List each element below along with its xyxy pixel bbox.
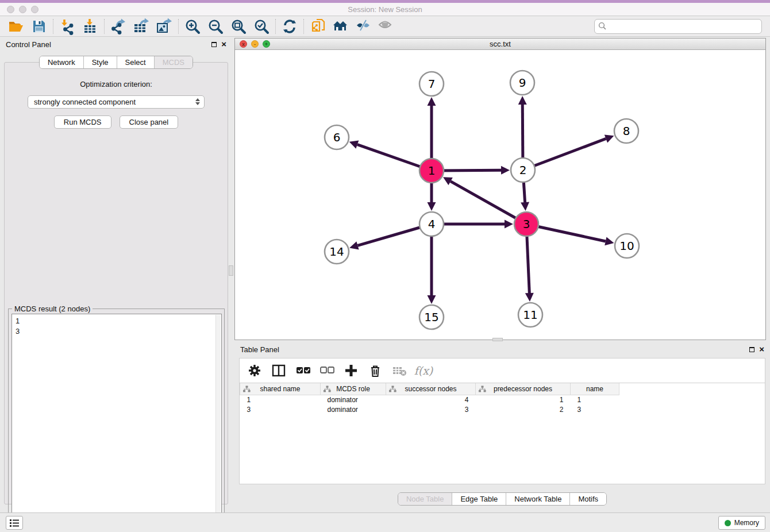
network-canvas[interactable]: 1 2 3 4 6 7 8 9 10 11 14 15 [235, 50, 765, 340]
open-session-icon[interactable] [5, 17, 28, 36]
table-toolbar: f(x) [239, 358, 765, 383]
zoom-selected-icon[interactable] [250, 17, 273, 36]
graph-node-10[interactable]: 10 [615, 234, 639, 258]
tab-network[interactable]: Network [40, 56, 84, 68]
zoom-fit-icon[interactable] [227, 17, 250, 36]
hierarchy-icon [324, 385, 331, 394]
memory-button[interactable]: Memory [718, 516, 765, 530]
tab-mcds[interactable]: MCDS [155, 56, 192, 68]
toggle-column-pane-icon[interactable] [268, 361, 289, 380]
criterion-select[interactable]: strongly connected component [28, 95, 205, 109]
graph-node-2[interactable]: 2 [511, 158, 535, 182]
table-row[interactable]: 1dominator411 [240, 395, 619, 404]
delete-column-icon[interactable] [365, 361, 386, 380]
graph-node-1[interactable]: 1 [419, 159, 444, 183]
graph-node-15[interactable]: 15 [419, 305, 444, 329]
table-cell: dominator [321, 395, 386, 404]
search-container [594, 19, 762, 34]
hierarchy-icon [389, 385, 396, 394]
svg-text:3: 3 [523, 217, 530, 231]
mcds-result-group: MCDS result (2 nodes) 13 [8, 309, 225, 523]
optimization-criterion-label: Optimization criterion: [5, 80, 228, 88]
export-network-icon[interactable] [107, 17, 130, 36]
tab-select[interactable]: Select [117, 56, 155, 68]
import-network-icon[interactable] [56, 17, 79, 36]
add-column-icon[interactable] [341, 361, 361, 380]
graph-node-7[interactable]: 7 [419, 72, 444, 96]
result-scrollbar[interactable] [215, 315, 221, 519]
tab-edge-table[interactable]: Edge Table [452, 493, 506, 505]
arrowhead-2-9 [518, 96, 527, 105]
search-input[interactable] [594, 19, 762, 34]
export-image-icon[interactable] [153, 17, 176, 36]
close-table-panel-icon[interactable]: × [759, 346, 764, 352]
memory-status-dot [725, 520, 731, 526]
graph-node-9[interactable]: 9 [510, 71, 534, 95]
save-session-icon[interactable] [28, 17, 51, 36]
hide-graphics-icon[interactable] [352, 17, 375, 36]
run-mcds-button[interactable]: Run MCDS [54, 115, 111, 129]
arrowhead-1-2 [501, 166, 510, 175]
close-panel-button[interactable]: Close panel [120, 115, 179, 129]
home-layout-icon[interactable] [329, 17, 352, 36]
zoom-in-icon[interactable] [181, 17, 204, 36]
network-window-titlebar[interactable]: x - + scc.txt [235, 38, 765, 50]
export-table-icon[interactable] [130, 17, 153, 36]
table-settings-gear-icon[interactable] [244, 361, 265, 380]
zoom-out-icon[interactable] [204, 17, 227, 36]
network-graph: 1 2 3 4 6 7 8 9 10 11 14 15 [235, 50, 765, 340]
column-header-MCDS-role[interactable]: MCDS role [321, 383, 386, 395]
column-header-successor-nodes[interactable]: successor nodes [386, 383, 476, 395]
close-panel-icon[interactable]: × [221, 41, 226, 47]
graph-node-8[interactable]: 8 [614, 119, 638, 143]
table-panel: Table Panel × f(x) shared nameMCDS roles… [234, 342, 770, 511]
svg-text:6: 6 [333, 130, 341, 144]
arrowhead-4-14 [349, 241, 359, 249]
graph-node-6[interactable]: 6 [325, 125, 349, 149]
arrowhead-2-3 [521, 202, 529, 211]
control-panel-title: Control Panel [6, 40, 51, 49]
column-header-predecessor-nodes[interactable]: predecessor nodes [476, 383, 571, 395]
graph-node-4[interactable]: 4 [419, 212, 444, 236]
float-table-panel-icon[interactable] [749, 347, 754, 352]
arrowhead-1-7 [428, 97, 436, 106]
graph-node-14[interactable]: 14 [325, 240, 349, 264]
control-panel: Control Panel × NetworkStyleSelectMCDS O… [0, 37, 232, 512]
tab-style[interactable]: Style [84, 56, 117, 68]
float-panel-icon[interactable] [211, 42, 217, 47]
table-cell: 2 [476, 404, 571, 414]
column-header-name[interactable]: name [571, 383, 619, 395]
task-list-icon [9, 519, 20, 527]
app-titlebar: Session: New Session [0, 3, 770, 16]
toolbar-separator [104, 19, 105, 34]
node-table: shared nameMCDS rolesuccessor nodesprede… [239, 383, 765, 484]
mcds-result-line: 1 [16, 316, 218, 326]
table-cell: 4 [386, 395, 476, 404]
import-table-icon[interactable] [79, 17, 102, 36]
first-neighbors-icon[interactable] [306, 17, 329, 36]
graph-node-3[interactable]: 3 [514, 212, 538, 236]
horizontal-splitter-handle[interactable] [492, 338, 503, 341]
table-row[interactable]: 3dominator323 [240, 404, 619, 414]
task-history-button[interactable] [6, 516, 23, 530]
graph-node-11[interactable]: 11 [518, 303, 542, 327]
table-cell: dominator [321, 404, 386, 414]
hierarchy-icon [243, 385, 251, 394]
select-all-columns-icon[interactable] [292, 361, 313, 380]
tab-motifs[interactable]: Motifs [570, 493, 606, 505]
refresh-network-icon[interactable] [278, 17, 301, 36]
function-builder-icon: f(x) [413, 361, 434, 380]
column-header-shared-name[interactable]: shared name [240, 383, 321, 395]
tab-node-table[interactable]: Node Table [398, 493, 453, 505]
app-title: Session: New Session [0, 5, 770, 14]
tab-network-table[interactable]: Network Table [506, 493, 570, 505]
mcds-result-list[interactable]: 13 [11, 314, 222, 519]
toolbar-separator [53, 19, 53, 34]
svg-text:15: 15 [424, 310, 438, 324]
unselect-all-columns-icon[interactable] [317, 361, 337, 380]
show-graphics-disabled-icon[interactable] [375, 17, 398, 36]
arrowhead-1-4 [428, 202, 436, 211]
hierarchy-icon [479, 385, 486, 394]
vertical-splitter-handle[interactable] [229, 265, 233, 276]
table-cell: 3 [571, 404, 619, 414]
